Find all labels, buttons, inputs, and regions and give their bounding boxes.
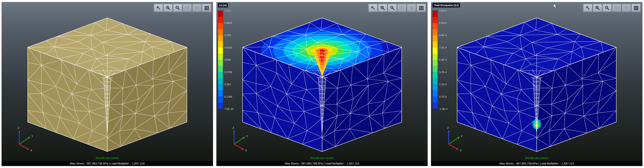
x-axis-label: X	[245, 149, 247, 152]
axis-triad: Z Y X	[441, 125, 467, 152]
zoom-out-button[interactable]	[173, 4, 182, 12]
legend-labels: 1.012 0.8855 0.759 0.6325 0.506 0.3795 0…	[224, 10, 246, 109]
legend-tick-label: 0.8855	[224, 22, 232, 24]
axis-triad: Z Y X	[12, 125, 38, 152]
pan-button[interactable]	[407, 4, 416, 12]
pan-button[interactable]	[622, 4, 631, 12]
results-status: Results are current	[216, 156, 428, 160]
legend-tick-label: 1.012	[224, 9, 231, 12]
grid-toggle-icon	[204, 5, 210, 11]
y-axis-label: Y	[32, 135, 33, 138]
status-bar: Max Stress : 567,063.736 kPa | Load Mult…	[2, 161, 213, 166]
x-axis-arrowhead	[27, 148, 29, 150]
legend-title: |u| [m]	[218, 3, 228, 8]
x-axis	[449, 144, 457, 149]
select-button[interactable]	[368, 4, 378, 12]
isometric-view-button[interactable]	[612, 4, 621, 12]
pan-icon	[623, 5, 629, 11]
zoom-out-icon	[604, 5, 610, 11]
legend-color-strip	[218, 10, 223, 109]
viewport-toolbar	[583, 3, 641, 12]
select-button[interactable]	[154, 4, 163, 12]
grid-toggle-button[interactable]	[632, 4, 640, 12]
mouse-cursor-icon	[553, 3, 558, 9]
viewport-mesh[interactable]: Z Y X Results are current Max Stress : 5…	[2, 2, 213, 166]
axis-origin	[234, 144, 235, 145]
grid-toggle-button[interactable]	[416, 4, 426, 12]
legend-color-strip	[432, 10, 438, 109]
legend-tick-label: 3.7E-5	[439, 95, 446, 98]
isometric-view-button[interactable]	[397, 4, 406, 12]
legend-tick-label: 2.1E-4	[439, 83, 446, 86]
z-axis-label: Z	[233, 126, 234, 129]
zoom-out-button[interactable]	[602, 4, 612, 12]
select-icon	[156, 5, 161, 11]
zoom-out-icon	[175, 5, 180, 11]
zoom-out-icon	[389, 5, 395, 11]
isometric-view-icon	[614, 5, 620, 11]
z-axis-arrowhead	[18, 130, 20, 132]
legend-tick-label: 0.1265	[224, 95, 232, 98]
viewport-toolbar	[153, 3, 212, 12]
x-axis-label: X	[30, 149, 32, 152]
y-axis	[449, 138, 458, 144]
z-axis-label: Z	[18, 126, 20, 129]
x-axis-label: X	[460, 149, 462, 152]
grid-toggle-icon	[418, 5, 424, 11]
y-axis	[234, 138, 243, 144]
legend-tick-label: 0.0012	[439, 9, 447, 12]
legend-title: Total Dissipation [kJ]	[432, 3, 460, 8]
model-canvas[interactable]	[224, 7, 420, 164]
isometric-view-icon	[184, 5, 190, 11]
zoom-in-button[interactable]	[593, 4, 602, 12]
zoom-out-button[interactable]	[388, 4, 397, 12]
x-axis	[234, 144, 242, 149]
legend-tick-label: 0.506	[224, 58, 231, 61]
workspace: Z Y X Results are current Max Stress : 5…	[0, 0, 644, 168]
legend-tick-label: 3.7E-4	[439, 70, 446, 74]
x-axis	[19, 144, 27, 149]
x-axis-arrowhead	[456, 148, 459, 150]
viewport-dissipation[interactable]: Total Dissipation [kJ] 0.0012 0.0011 8.8…	[431, 2, 642, 166]
status-bar: Max Stress : 567,063.736 kPa | Load Mult…	[216, 161, 428, 166]
y-axis-arrowhead	[242, 137, 245, 139]
viewport-displacement[interactable]: |u| [m] 1.012 0.8855 0.759 0.6325 0.506 …	[216, 2, 428, 166]
y-axis	[19, 138, 28, 144]
legend-labels: 0.0012 0.0011 8.8E-4 7.1E-4 5.4E-4 3.7E-…	[439, 10, 461, 109]
axis-origin	[448, 144, 449, 145]
legend-tick-label: 0.759	[224, 34, 231, 37]
pan-button[interactable]	[192, 4, 202, 12]
y-axis-arrowhead	[28, 137, 30, 139]
zoom-in-button[interactable]	[378, 4, 387, 12]
zoom-in-button[interactable]	[164, 4, 172, 12]
grid-toggle-icon	[633, 5, 639, 11]
results-status: Results are current	[431, 156, 642, 160]
legend-tick-label: 0.3795	[224, 70, 232, 74]
z-axis-arrowhead	[448, 130, 450, 132]
legend-tick-label: 0.0011	[439, 22, 447, 24]
x-axis-arrowhead	[242, 148, 244, 150]
select-button[interactable]	[583, 4, 592, 12]
legend-tick-label: 7.0E-10	[224, 108, 234, 110]
axis-origin	[19, 144, 20, 145]
pan-icon	[194, 5, 200, 11]
model-canvas[interactable]	[9, 7, 206, 164]
select-icon	[370, 5, 376, 11]
status-bar: Max Stress : 567,063.736 kPa | Load Mult…	[431, 161, 642, 166]
legend-tick-label: 0.6325	[224, 46, 232, 49]
z-axis-label: Z	[447, 126, 449, 129]
axis-triad: Z Y X	[226, 125, 252, 152]
results-status: Results are current	[2, 156, 213, 160]
y-axis-label: Y	[246, 135, 248, 138]
pan-icon	[408, 5, 414, 11]
legend-tick-label: 5.4E-4	[439, 58, 446, 61]
zoom-in-icon	[165, 5, 171, 11]
legend-tick-label: 0.253	[224, 83, 231, 86]
viewport-toolbar	[368, 3, 426, 12]
legend-tick-label: 8.8E-4	[439, 34, 446, 37]
legend-tick-label: 7.1E-4	[439, 46, 446, 49]
grid-toggle-button[interactable]	[202, 4, 211, 12]
isometric-view-button[interactable]	[183, 4, 192, 12]
model-canvas[interactable]	[438, 7, 635, 164]
zoom-in-icon	[380, 5, 386, 11]
